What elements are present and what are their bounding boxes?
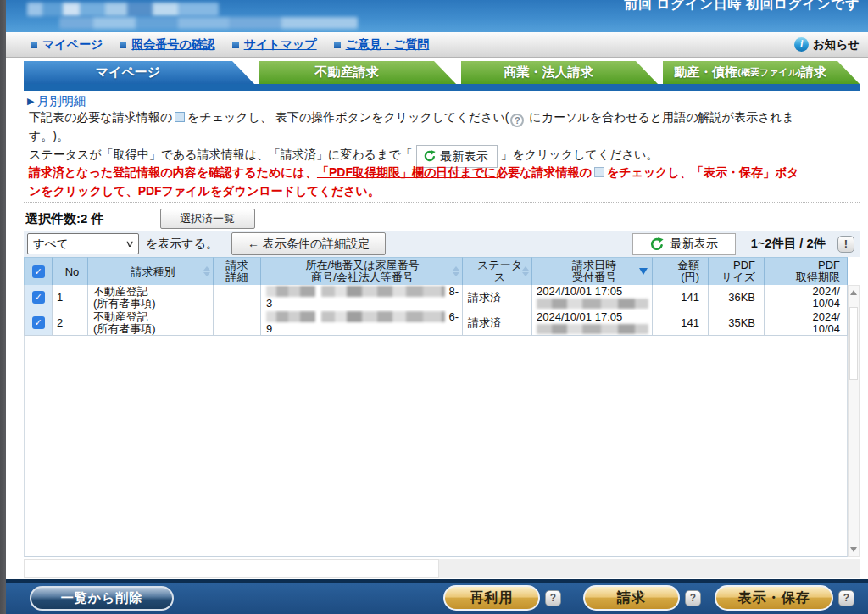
table-row: ✓ 1 不動産登記 (所有者事項) 8- 3 請求済 2024/10/01 17… <box>24 285 848 310</box>
help-icon[interactable]: ? <box>838 590 854 606</box>
select-all-header-cell: ✓ <box>24 257 53 285</box>
cell-amount: 141 <box>653 310 709 336</box>
filter-band: すべて ∨ を表示する。 ← 表示条件の詳細設定 最新表示 1~2件目 / 2件… <box>24 231 860 257</box>
redacted-logo-subtitle <box>59 17 358 29</box>
header-amount: 金額 (円) <box>653 257 709 285</box>
nav-label: 照会番号の確認 <box>131 37 214 53</box>
sort-icons[interactable] <box>522 266 529 276</box>
help-icon[interactable]: ? <box>685 590 701 606</box>
sort-desc-icon <box>522 272 529 276</box>
scroll-up-icon[interactable] <box>850 290 857 295</box>
redacted-address <box>266 311 315 322</box>
warning-underlined: 「PDF取得期限」欄の日付までに <box>317 165 496 179</box>
warning-line-2: ンをクリックして、PDFファイルをダウンロードしてください。 <box>29 181 860 200</box>
page: 前回 ログイン日時 初回ログインです マイページ 照会番号の確認 サイトマップ … <box>0 0 868 614</box>
bullet-icon <box>334 42 341 48</box>
sort-asc-icon <box>453 266 459 271</box>
request-table: ✓ No 請求種別 請求 詳細 所在/地番又は家屋番号 商号/会社法人等番号 ス… <box>24 257 860 557</box>
refresh-button-label: 最新表示 <box>670 237 718 252</box>
scroll-down-icon[interactable] <box>850 547 857 552</box>
nav-item-feedback[interactable]: ご意見・ご質問 <box>334 37 430 53</box>
bullet-icon <box>232 42 239 48</box>
top-header: 前回 ログイン日時 初回ログインです <box>0 0 868 32</box>
warning-message: 請求済となった登記情報の内容を確認するためには、「PDF取得期限」欄の日付までに… <box>29 163 860 200</box>
tab-label: 動産・債権 <box>674 64 737 81</box>
reuse-button[interactable]: 再利用 <box>443 585 540 611</box>
nav-label: マイページ <box>42 37 103 53</box>
redacted-address <box>321 311 445 322</box>
tab-movables-request[interactable]: 動産・債権(概要ファイル)請求 <box>663 61 860 84</box>
display-settings-button[interactable]: ← 表示条件の詳細設定 <box>231 232 386 255</box>
display-save-button[interactable]: 表示・保存 <box>715 585 833 611</box>
tab-mypage[interactable]: マイページ <box>24 61 254 84</box>
sort-icons[interactable] <box>203 266 210 276</box>
row-checkbox[interactable]: ✓ <box>32 316 45 329</box>
selected-list-button[interactable]: 選択済一覧 <box>160 209 255 229</box>
nav-item-inquiry-number[interactable]: 照会番号の確認 <box>120 37 214 53</box>
redacted-logo <box>27 3 219 16</box>
table-header-row: ✓ No 請求種別 請求 詳細 所在/地番又は家屋番号 商号/会社法人等番号 ス… <box>24 257 848 285</box>
redacted-receipt-number <box>537 299 648 309</box>
alert-icon[interactable]: ! <box>837 236 854 253</box>
delete-from-list-button[interactable]: 一覧から削除 <box>30 586 174 611</box>
horizontal-scrollbar[interactable] <box>24 559 860 578</box>
cell-request-detail <box>214 310 261 336</box>
bullet-icon <box>31 42 37 48</box>
refresh-button[interactable]: 最新表示 <box>632 233 736 255</box>
tab-real-estate-request[interactable]: 不動産請求 <box>259 61 456 84</box>
cell-amount: 141 <box>653 285 709 310</box>
dotted-separator <box>24 202 860 203</box>
warning-line-1: 請求済となった登記情報の内容を確認するためには、「PDF取得期限」欄の日付までに… <box>29 163 860 181</box>
header-status[interactable]: ステータ ス <box>463 257 532 285</box>
select-all-checkbox[interactable]: ✓ <box>32 265 45 278</box>
scrollbar-thumb[interactable] <box>849 307 858 380</box>
header-datetime[interactable]: 請求日時 受付番号 <box>532 257 653 285</box>
tab-bar: マイページ 不動産請求 商業・法人請求 動産・債権(概要ファイル)請求 <box>24 61 860 84</box>
sort-desc-active-icon[interactable] <box>639 268 648 275</box>
cell-no: 1 <box>53 285 88 310</box>
cell-datetime: 2024/10/01 17:05 <box>532 310 653 336</box>
nav-item-mypage[interactable]: マイページ <box>31 37 103 53</box>
header-address[interactable]: 所在/地番又は家屋番号 商号/会社法人等番号 <box>261 257 463 285</box>
refresh-icon <box>650 237 664 251</box>
cell-pdf-deadline: 2024/ 10/04 <box>765 310 848 336</box>
result-range-text: 1~2件目 / 2件 <box>751 236 826 252</box>
header-request-type[interactable]: 請求種別 <box>88 257 214 285</box>
header-pdf-size: PDF サイズ <box>709 257 765 285</box>
help-icon[interactable]: ? <box>545 590 561 606</box>
redacted-receipt-number <box>537 324 648 334</box>
cell-status: 請求済 <box>463 285 532 310</box>
cell-request-type: 不動産登記 (所有者事項) <box>88 285 214 310</box>
cell-pdf-size: 35KB <box>709 310 765 336</box>
header-request-detail: 請求 詳細 <box>214 257 261 285</box>
nav-item-sitemap[interactable]: サイトマップ <box>232 37 317 53</box>
vertical-scrollbar[interactable] <box>848 285 860 557</box>
nav-label: サイトマップ <box>244 37 317 53</box>
tab-corporate-request[interactable]: 商業・法人請求 <box>461 61 658 84</box>
cell-status: 請求済 <box>463 310 532 336</box>
cell-request-detail <box>214 285 261 310</box>
nav-label: ご意見・ご質問 <box>346 37 430 53</box>
instruction-line-2: す。)。 <box>29 126 855 145</box>
notice-link[interactable]: i お知らせ <box>794 37 860 53</box>
row-checkbox-cell: ✓ <box>24 285 53 310</box>
sort-icons[interactable] <box>453 266 459 276</box>
sort-desc-icon <box>453 272 459 276</box>
filter-suffix: を表示する。 <box>146 237 218 252</box>
cell-no: 2 <box>53 310 88 336</box>
redacted-address <box>266 286 315 297</box>
row-checkbox[interactable]: ✓ <box>32 291 45 304</box>
display-filter-select[interactable]: すべて ∨ <box>27 233 139 254</box>
scrollbar-thumb[interactable] <box>24 559 439 578</box>
instruction-line-3: ステータスが「取得中」である請求情報は、「請求済」に変わるまで「最新表示」をクリ… <box>29 145 855 164</box>
tab-label: 不動産請求 <box>315 64 379 81</box>
nav-bar: マイページ 照会番号の確認 サイトマップ ご意見・ご質問 i お知らせ <box>0 32 868 58</box>
help-icon: ? <box>510 114 524 127</box>
login-status-text: 前回 ログイン日時 初回ログインです <box>624 0 860 14</box>
tab-underline-bar <box>24 84 860 91</box>
window-edge <box>0 0 6 614</box>
header-pdf-deadline: PDF 取得期限 <box>765 257 848 285</box>
request-button[interactable]: 請求 <box>583 585 680 611</box>
bullet-icon <box>120 42 126 48</box>
table-row: ✓ 2 不動産登記 (所有者事項) 6- 9 請求済 2024/10/01 17… <box>24 310 848 336</box>
